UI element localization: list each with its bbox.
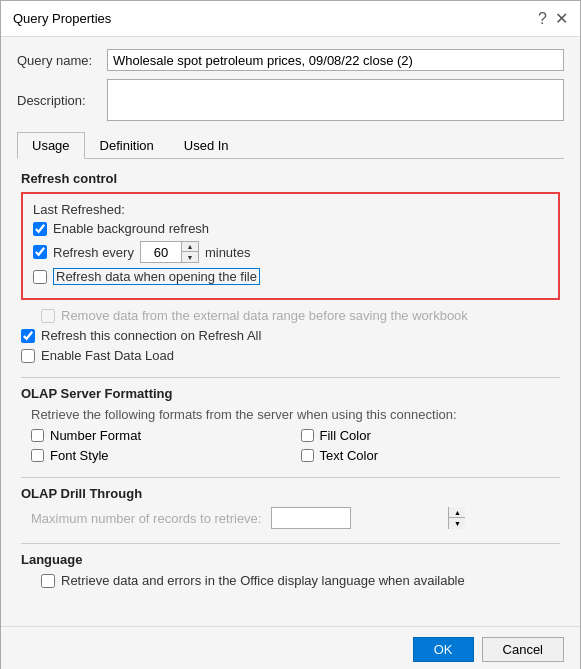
drill-spinner-buttons: ▲ ▼ — [448, 507, 465, 529]
refresh-box: Last Refreshed: Enable background refres… — [21, 192, 560, 300]
olap-formatting-desc: Retrieve the following formats from the … — [21, 407, 560, 422]
description-label: Description: — [17, 93, 107, 108]
divider-2 — [21, 477, 560, 478]
remove-data-row: Remove data from the external data range… — [21, 308, 560, 323]
dialog-title: Query Properties — [13, 11, 111, 26]
drill-row: Maximum number of records to retrieve: ▲… — [21, 507, 560, 529]
olap-fill-color: Fill Color — [301, 428, 561, 443]
last-refreshed-label: Last Refreshed: — [33, 202, 548, 217]
description-row: Description: — [17, 79, 564, 121]
enable-bg-refresh-checkbox[interactable] — [33, 222, 47, 236]
divider-1 — [21, 377, 560, 378]
enable-bg-refresh-row: Enable background refresh — [33, 221, 548, 236]
refresh-every-label: Refresh every — [53, 245, 134, 260]
spinner-buttons: ▲ ▼ — [181, 242, 198, 262]
drill-spinner-input[interactable] — [272, 509, 448, 528]
language-title: Language — [21, 552, 560, 567]
tab-content-usage: Refresh control Last Refreshed: Enable b… — [17, 159, 564, 614]
refresh-every-unit: minutes — [205, 245, 251, 260]
olap-formatting-section: OLAP Server Formatting Retrieve the foll… — [21, 386, 560, 463]
query-name-row: Query name: — [17, 49, 564, 71]
title-bar-left: Query Properties — [13, 11, 111, 26]
drill-label: Maximum number of records to retrieve: — [31, 511, 261, 526]
refresh-data-row: Refresh data when opening the file — [33, 268, 548, 285]
number-format-label: Number Format — [50, 428, 141, 443]
drill-spinner[interactable]: ▲ ▼ — [271, 507, 351, 529]
tab-used-in[interactable]: Used In — [169, 132, 244, 159]
fast-data-row: Enable Fast Data Load — [21, 348, 560, 363]
refresh-control-title: Refresh control — [21, 171, 560, 186]
title-bar: Query Properties ? ✕ — [1, 1, 580, 37]
dialog-form: Query name: Description: Usage Definitio… — [1, 37, 580, 626]
refresh-every-checkbox[interactable] — [33, 245, 47, 259]
refresh-data-checkbox[interactable] — [33, 270, 47, 284]
refresh-all-checkbox[interactable] — [21, 329, 35, 343]
refresh-all-label: Refresh this connection on Refresh All — [41, 328, 261, 343]
query-properties-dialog: Query Properties ? ✕ Query name: Descrip… — [0, 0, 581, 669]
olap-drill-title: OLAP Drill Through — [21, 486, 560, 501]
drill-spinner-down[interactable]: ▼ — [449, 518, 465, 529]
olap-text-color: Text Color — [301, 448, 561, 463]
spinner-down-button[interactable]: ▼ — [182, 252, 198, 262]
help-icon[interactable]: ? — [538, 10, 547, 28]
language-section: Language Retrieve data and errors in the… — [21, 552, 560, 588]
refresh-every-row: Refresh every ▲ ▼ minutes — [33, 241, 548, 263]
olap-number-format: Number Format — [31, 428, 291, 443]
refresh-all-row: Refresh this connection on Refresh All — [21, 328, 560, 343]
refresh-data-label: Refresh data when opening the file — [53, 268, 260, 285]
drill-spinner-up[interactable]: ▲ — [449, 507, 465, 518]
language-retrieve-checkbox[interactable] — [41, 574, 55, 588]
tabs-bar: Usage Definition Used In — [17, 131, 564, 159]
olap-formatting-grid: Number Format Fill Color Font Style Text… — [21, 428, 560, 463]
font-style-label: Font Style — [50, 448, 109, 463]
language-retrieve-label: Retrieve data and errors in the Office d… — [61, 573, 465, 588]
spinner-up-button[interactable]: ▲ — [182, 242, 198, 252]
query-name-label: Query name: — [17, 53, 107, 68]
fast-data-label: Enable Fast Data Load — [41, 348, 174, 363]
olap-drill-section: OLAP Drill Through Maximum number of rec… — [21, 486, 560, 529]
font-style-checkbox[interactable] — [31, 449, 44, 462]
enable-bg-refresh-label: Enable background refresh — [53, 221, 209, 236]
refresh-every-input[interactable] — [141, 243, 181, 262]
tab-definition[interactable]: Definition — [85, 132, 169, 159]
olap-formatting-title: OLAP Server Formatting — [21, 386, 560, 401]
query-name-input[interactable] — [107, 49, 564, 71]
fast-data-checkbox[interactable] — [21, 349, 35, 363]
remove-data-checkbox — [41, 309, 55, 323]
language-retrieve-row: Retrieve data and errors in the Office d… — [21, 573, 560, 588]
text-color-checkbox[interactable] — [301, 449, 314, 462]
fill-color-checkbox[interactable] — [301, 429, 314, 442]
ok-button[interactable]: OK — [413, 637, 474, 662]
refresh-control-section: Refresh control Last Refreshed: Enable b… — [21, 171, 560, 363]
text-color-label: Text Color — [320, 448, 379, 463]
divider-3 — [21, 543, 560, 544]
olap-font-style: Font Style — [31, 448, 291, 463]
refresh-every-spinner[interactable]: ▲ ▼ — [140, 241, 199, 263]
description-textarea[interactable] — [107, 79, 564, 121]
title-bar-controls: ? ✕ — [538, 9, 568, 28]
dialog-footer: OK Cancel — [1, 626, 580, 669]
cancel-button[interactable]: Cancel — [482, 637, 564, 662]
number-format-checkbox[interactable] — [31, 429, 44, 442]
fill-color-label: Fill Color — [320, 428, 371, 443]
tab-usage[interactable]: Usage — [17, 132, 85, 159]
remove-data-label: Remove data from the external data range… — [61, 308, 468, 323]
close-icon[interactable]: ✕ — [555, 9, 568, 28]
